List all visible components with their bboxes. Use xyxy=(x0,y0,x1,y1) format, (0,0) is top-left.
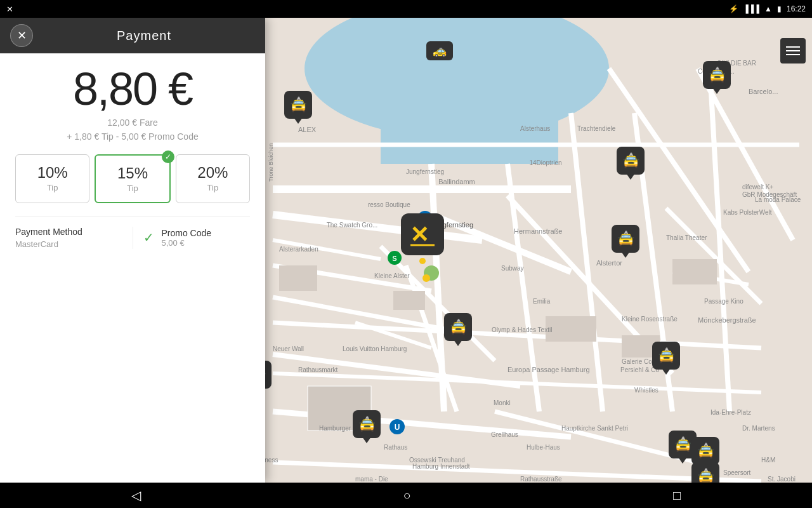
svg-text:Kleine Rosenstraße: Kleine Rosenstraße xyxy=(622,316,678,323)
tip-10-label: Tip xyxy=(16,183,89,192)
home-button[interactable]: ○ xyxy=(403,488,410,503)
taxi-marker: 🚖 xyxy=(691,437,719,465)
svg-text:difewelt K+: difewelt K+ xyxy=(742,184,773,190)
tip-10-percent: 10% xyxy=(16,164,89,182)
svg-rect-33 xyxy=(279,265,317,291)
svg-text:The Swatch Gro...: The Swatch Gro... xyxy=(327,222,378,229)
promo-code-title: Promo Code xyxy=(162,228,212,238)
svg-text:mama - Die: mama - Die xyxy=(355,476,388,483)
fare-display: 8,80 € 12,00 € Fare + 1,80 € Tip - 5,00 … xyxy=(15,66,250,144)
svg-text:GbR Modegeschäft: GbR Modegeschäft xyxy=(742,191,797,198)
svg-text:Rathausmarkt: Rathausmarkt xyxy=(298,366,337,373)
taxi-marker: 🚖 xyxy=(444,313,472,341)
taxi-marker: 🚖 xyxy=(284,91,312,119)
svg-text:H&M: H&M xyxy=(761,457,775,464)
taxi-marker: 🚖 xyxy=(691,462,719,483)
svg-text:Hulbe-Haus: Hulbe-Haus xyxy=(527,444,560,451)
x-icon: ✕ xyxy=(6,4,13,14)
back-button[interactable]: ◁ xyxy=(131,488,141,503)
tip-20-label: Tip xyxy=(176,183,249,192)
svg-text:Olymp & Hades Textil: Olymp & Hades Textil xyxy=(492,326,552,333)
svg-rect-2 xyxy=(381,69,558,164)
mytaxi-center-marker: ✕ xyxy=(397,213,448,264)
svg-rect-37 xyxy=(672,259,717,284)
status-bar: ✕ ⚡ ▐▐▐ ▲ ▮ 16:22 xyxy=(0,0,812,18)
status-right: ⚡ ▐▐▐ ▲ ▮ 16:22 xyxy=(729,4,806,13)
svg-text:Alsterhaus: Alsterhaus xyxy=(520,125,550,132)
modal-body: 8,80 € 12,00 € Fare + 1,80 € Tip - 5,00 … xyxy=(0,53,265,483)
tip-15-button[interactable]: ✓ 15% Tip xyxy=(95,154,170,203)
svg-text:Hauptkirche Sankt Petri: Hauptkirche Sankt Petri xyxy=(561,425,628,432)
menu-button[interactable] xyxy=(780,38,806,64)
battery-icon: ▮ xyxy=(777,4,782,13)
svg-text:Alsterarkaden: Alsterarkaden xyxy=(279,246,318,253)
navigation-bar: ◁ ○ □ xyxy=(0,483,812,508)
svg-text:Kleine Alster: Kleine Alster xyxy=(374,272,410,279)
svg-text:Hamburg Innenstadt: Hamburg Innenstadt xyxy=(412,463,470,470)
promo-code-section[interactable]: ✓ Promo Code 5,00 € xyxy=(133,227,251,249)
svg-rect-34 xyxy=(393,291,425,310)
payment-modal: ✕ Payment 8,80 € 12,00 € Fare + 1,80 € T… xyxy=(0,18,265,483)
signal-icon: ▐▐▐ xyxy=(743,4,760,13)
payment-method-section[interactable]: Payment Method MasterCard xyxy=(15,227,133,249)
svg-text:Dr. Martens: Dr. Martens xyxy=(742,425,775,432)
bluetooth-icon: ⚡ xyxy=(729,4,738,13)
fare-label: 12,00 € Fare xyxy=(15,116,250,130)
recents-button[interactable]: □ xyxy=(673,488,681,503)
svg-rect-35 xyxy=(546,316,596,342)
promo-checkmark-icon: ✓ xyxy=(143,230,154,245)
svg-text:Rathaus: Rathaus xyxy=(384,444,407,451)
svg-text:Louis Vuitton Hamburg: Louis Vuitton Hamburg xyxy=(343,345,407,352)
taxi-marker: 🚖 xyxy=(652,342,680,370)
svg-text:S: S xyxy=(392,255,396,262)
svg-text:Rathausstraße: Rathausstraße xyxy=(520,476,562,483)
vehicle-type-icon[interactable]: 🚕 xyxy=(426,41,453,60)
wifi-icon: ▲ xyxy=(764,4,772,13)
svg-text:Emilia: Emilia xyxy=(533,298,551,305)
tip-20-percent: 20% xyxy=(176,164,249,182)
svg-text:Hermannstraße: Hermannstraße xyxy=(514,227,562,235)
svg-text:Whistles: Whistles xyxy=(634,387,658,394)
svg-text:resso Boutique: resso Boutique xyxy=(368,201,410,208)
payment-method-title: Payment Method xyxy=(15,227,122,237)
svg-text:Trone Bleichen: Trone Bleichen xyxy=(268,144,274,182)
tip-15-checkmark: ✓ xyxy=(162,150,174,163)
close-button[interactable]: ✕ xyxy=(10,24,33,47)
svg-text:Jungfernstieg: Jungfernstieg xyxy=(406,168,444,175)
svg-text:Ballindamm: Ballindamm xyxy=(438,178,475,185)
promo-info: Promo Code 5,00 € xyxy=(162,228,212,248)
modal-header: ✕ Payment xyxy=(0,18,265,53)
tip-20-button[interactable]: 20% Tip xyxy=(176,154,250,203)
svg-text:Monki: Monki xyxy=(494,399,511,406)
close-icon: ✕ xyxy=(17,29,27,43)
svg-text:Barcelo...: Barcelo... xyxy=(749,88,778,95)
svg-text:14Dioptrien: 14Dioptrien xyxy=(529,159,561,166)
tip-15-percent: 15% xyxy=(96,164,169,182)
svg-text:Thalia Theater: Thalia Theater xyxy=(666,234,707,241)
tip-promo-label: + 1,80 € Tip - 5,00 € Promo Code xyxy=(15,130,250,144)
svg-text:Ossewski Treuhand: Ossewski Treuhand xyxy=(409,457,465,464)
svg-text:Grellhaus: Grellhaus xyxy=(491,431,518,438)
main-amount: 8,80 € xyxy=(15,66,250,112)
svg-text:✕: ✕ xyxy=(410,222,429,248)
svg-text:ALEX: ALEX xyxy=(298,126,317,133)
payment-bottom: Payment Method MasterCard ✓ Promo Code 5… xyxy=(15,216,250,259)
svg-text:Kabs PolsterWelt: Kabs PolsterWelt xyxy=(723,209,772,216)
svg-text:Mönckebergstraße: Mönckebergstraße xyxy=(698,316,756,324)
tip-15-label: Tip xyxy=(96,184,169,193)
svg-text:Europa Passage Hamburg: Europa Passage Hamburg xyxy=(508,366,590,373)
svg-text:Alstertor: Alstertor xyxy=(596,259,622,267)
taxi-marker: 🚖 xyxy=(612,225,639,253)
svg-text:U: U xyxy=(395,423,400,432)
svg-text:Neuer Wall: Neuer Wall xyxy=(273,345,304,352)
status-left: ✕ xyxy=(6,4,13,14)
tip-10-button[interactable]: 10% Tip xyxy=(15,154,89,203)
svg-text:Speersort: Speersort xyxy=(723,469,751,476)
payment-method-value: MasterCard xyxy=(15,239,122,249)
svg-text:Trachtendiele: Trachtendiele xyxy=(577,125,616,132)
taxi-marker: 🚖 xyxy=(617,147,645,175)
taxi-marker: 🚖 xyxy=(353,410,381,438)
svg-text:St. Jacobi: St. Jacobi xyxy=(768,476,796,483)
svg-text:Subway: Subway xyxy=(501,265,524,272)
fare-breakdown: 12,00 € Fare + 1,80 € Tip - 5,00 € Promo… xyxy=(15,116,250,144)
